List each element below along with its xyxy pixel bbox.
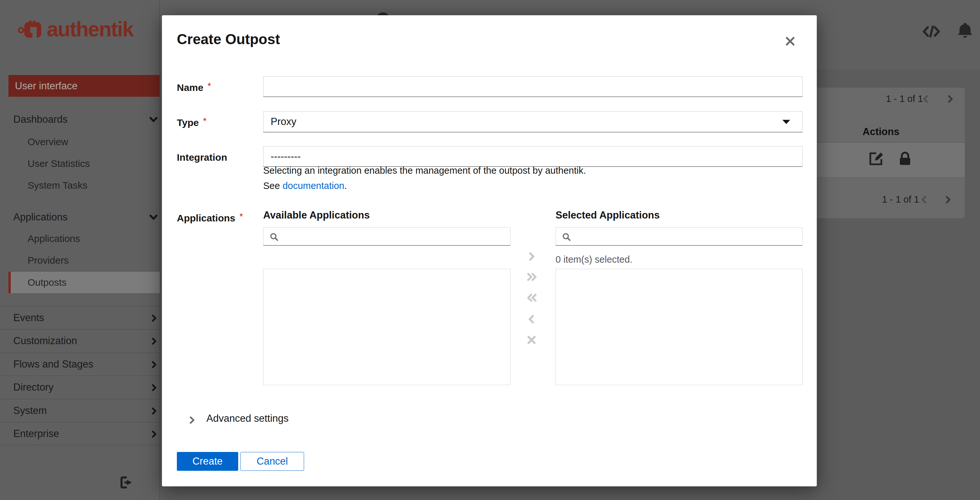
sidebar-group-dashboards[interactable]: Dashboards: [0, 112, 160, 127]
required-asterisk: *: [239, 212, 243, 221]
sidebar-group-enterprise[interactable]: Enterprise: [0, 422, 160, 445]
add-selected-icon[interactable]: [526, 249, 541, 264]
add-all-icon[interactable]: [526, 269, 541, 284]
sidebar-item-user-interface[interactable]: User interface: [8, 75, 160, 97]
pagination-next-icon[interactable]: [943, 195, 953, 205]
pagination-next-icon[interactable]: [945, 94, 955, 104]
chevron-right-icon: [150, 360, 158, 369]
selected-search-input[interactable]: [556, 228, 802, 245]
chevron-down-icon: [149, 115, 158, 124]
pagination-prev-icon[interactable]: [919, 195, 929, 205]
chevron-right-icon: [150, 430, 158, 439]
sidebar-group-customization[interactable]: Customization: [0, 329, 160, 352]
integration-select[interactable]: ---------: [263, 146, 802, 167]
create-outpost-modal: Create Outpost Name* Type* Proxy Integra…: [162, 15, 817, 486]
sidebar-item-user-statistics[interactable]: User Statistics: [0, 157, 160, 170]
chevron-right-icon: [150, 337, 158, 346]
selected-count-text: 0 item(s) selected.: [555, 254, 632, 265]
lock-icon[interactable]: [898, 151, 912, 166]
remove-selected-icon[interactable]: [526, 312, 541, 326]
modal-title: Create Outpost: [177, 31, 280, 48]
integration-help-doc: See documentation.: [263, 180, 347, 191]
chevron-down-icon: [149, 212, 158, 222]
selected-search: [555, 227, 802, 246]
edit-icon[interactable]: [869, 151, 884, 166]
sign-out-icon[interactable]: [119, 476, 134, 489]
sidebar-group-directory[interactable]: Directory: [0, 376, 160, 399]
integration-select-value: ---------: [270, 151, 301, 162]
bell-icon[interactable]: [958, 22, 972, 39]
selected-applications-title: Selected Applications: [555, 209, 660, 221]
integration-help-text: Selecting an integration enables the man…: [263, 165, 586, 176]
actions-column-header: Actions: [862, 126, 899, 138]
integration-label: Integration: [177, 152, 227, 163]
chevron-right-icon: [150, 383, 158, 392]
required-asterisk: *: [208, 81, 211, 91]
available-applications-list[interactable]: [263, 269, 511, 385]
remove-all-icon[interactable]: [526, 290, 541, 305]
screen: 1 - 1 of 1 Actions 1 - 1 of 1: [0, 0, 980, 500]
authentik-logo[interactable]: authentik: [18, 19, 133, 40]
required-asterisk: *: [203, 116, 207, 126]
sidebar-item-overview[interactable]: Overview: [0, 135, 160, 148]
sidebar-group-flows-and-stages[interactable]: Flows and Stages: [0, 353, 160, 376]
available-search: [263, 227, 511, 246]
sidebar-group-system[interactable]: System: [0, 399, 160, 422]
sidebar-group-applications[interactable]: Applications: [0, 210, 160, 225]
clear-selection-icon[interactable]: [526, 333, 541, 347]
pagination-prev-icon[interactable]: [921, 94, 931, 104]
type-label: Type*: [177, 117, 206, 128]
pagination-top-text: 1 - 1 of 1: [886, 94, 923, 104]
advanced-settings-toggle[interactable]: Advanced settings: [206, 412, 288, 424]
code-icon[interactable]: [923, 23, 940, 40]
sidebar-item-providers[interactable]: Providers: [0, 254, 160, 267]
available-applications-title: Available Applications: [263, 209, 370, 221]
name-label: Name*: [177, 82, 211, 93]
brand-wordmark: authentik: [47, 19, 133, 40]
name-input[interactable]: [263, 76, 802, 97]
chevron-right-icon: [150, 406, 158, 416]
cancel-button[interactable]: Cancel: [240, 452, 304, 471]
type-select[interactable]: Proxy: [263, 111, 802, 132]
available-search-input[interactable]: [264, 228, 510, 245]
selected-applications-list[interactable]: [555, 269, 802, 385]
type-select-value: Proxy: [270, 116, 296, 127]
create-button[interactable]: Create: [177, 452, 238, 471]
chevron-right-icon[interactable]: [188, 415, 197, 425]
close-icon[interactable]: [784, 33, 800, 49]
authentik-key-icon: [18, 19, 43, 39]
sidebar-item-system-tasks[interactable]: System Tasks: [0, 179, 160, 192]
caret-down-icon: [782, 119, 791, 124]
chevron-right-icon: [150, 314, 158, 323]
sidebar: authentik User interface Dashboards Over…: [0, 0, 160, 500]
pagination-bottom-text: 1 - 1 of 1: [882, 194, 919, 205]
applications-label: Applications*: [177, 213, 243, 224]
sidebar-group-events[interactable]: Events: [0, 306, 160, 329]
sidebar-item-outposts[interactable]: Outposts: [8, 272, 160, 293]
sidebar-item-applications[interactable]: Applications: [0, 232, 160, 245]
documentation-link[interactable]: documentation: [283, 180, 344, 191]
